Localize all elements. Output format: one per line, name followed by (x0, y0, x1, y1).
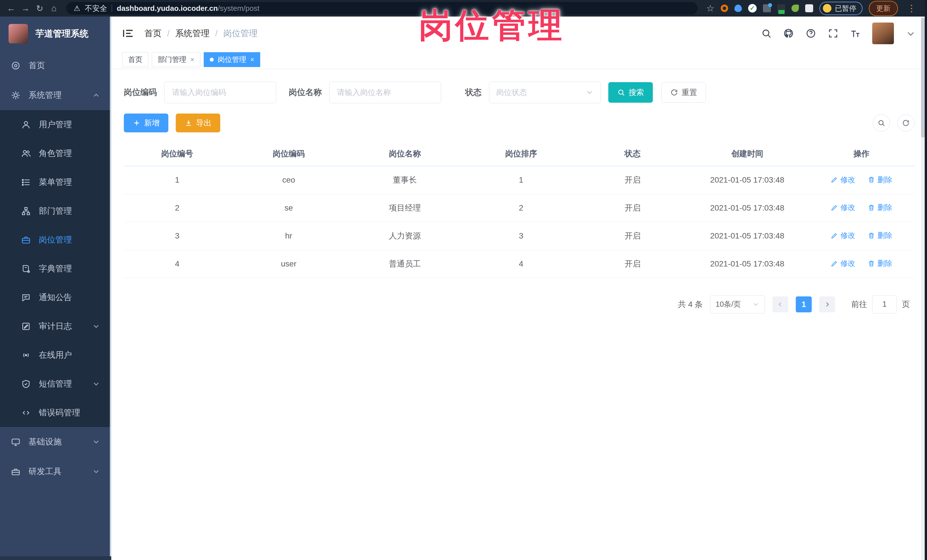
url-text[interactable]: dashboard.yudao.iocoder.cn/system/post (117, 4, 259, 13)
edit-link-label: 修改 (840, 203, 855, 212)
tab-dept-mgmt[interactable]: 部门管理× (152, 52, 200, 67)
sidebar-scrollbar-horizontal[interactable] (0, 556, 111, 560)
browser-home-icon[interactable]: ⌂ (47, 2, 61, 15)
close-icon[interactable]: × (190, 56, 194, 63)
refresh-table-button[interactable] (897, 114, 915, 132)
col-post-id: 岗位编号 (124, 141, 231, 166)
list-icon (21, 178, 31, 187)
ext-gtr-badge-icon[interactable] (777, 4, 785, 12)
sidebar-item-devtools[interactable]: 研发工具 (0, 457, 111, 486)
extensions-puzzle-icon[interactable] (805, 4, 813, 12)
chevron-down-icon (92, 438, 100, 446)
sidebar-item-audit-log[interactable]: 审计日志 (0, 312, 111, 341)
sidebar-item-system[interactable]: 系统管理 (0, 80, 111, 110)
goto-page-input[interactable] (872, 295, 897, 314)
sidebar-item-online-users[interactable]: 在线用户 (0, 341, 111, 369)
ext-leaf-icon[interactable] (792, 5, 799, 12)
not-secure-warning-icon[interactable]: ⚠ (74, 4, 80, 13)
sidebar-item-dict-mgmt[interactable]: 字典管理 (0, 254, 111, 283)
cell-post-name: 普通员工 (346, 250, 463, 278)
search-icon[interactable] (761, 28, 772, 39)
cell-post-name: 项目经理 (346, 194, 463, 222)
sidebar-item-home[interactable]: 首页 (0, 51, 111, 80)
ext-blue-drop-icon[interactable] (734, 5, 742, 12)
sidebar-item-notice[interactable]: 通知公告 (0, 283, 111, 312)
system-submenu: 用户管理 角色管理 菜单管理 部门管理 岗位管理 字典管理 (0, 110, 111, 427)
chevron-right-icon (824, 300, 831, 308)
github-icon[interactable] (783, 28, 794, 39)
tab-post-mgmt[interactable]: 岗位管理× (204, 52, 260, 67)
page-unit-label: 页 (902, 299, 910, 310)
fullscreen-icon[interactable] (828, 28, 839, 39)
cell-post-sort: 1 (463, 166, 579, 194)
sidebar-item-label: 基础设施 (29, 436, 62, 448)
browser-reload-icon[interactable]: ↻ (33, 2, 46, 15)
bookmark-star-icon[interactable]: ☆ (706, 3, 714, 14)
browser-forward-icon[interactable]: → (19, 2, 32, 15)
reset-button[interactable]: 重置 (661, 82, 706, 103)
sidebar-item-role-mgmt[interactable]: 角色管理 (0, 139, 111, 168)
trash-icon (868, 232, 875, 239)
edit-link[interactable]: 修改 (831, 203, 855, 212)
next-page-button[interactable] (819, 296, 835, 313)
page-size-select[interactable]: 10条/页 (710, 295, 765, 314)
delete-link[interactable]: 删除 (868, 231, 892, 240)
add-button[interactable]: 新增 (124, 114, 168, 132)
search-form: 岗位编码 岗位名称 状态 岗位状态 搜索 重置 (124, 82, 915, 103)
col-post-sort: 岗位排序 (463, 141, 579, 166)
pagination: 共 4 条 10条/页 1 前往 页 (124, 295, 915, 314)
search-button[interactable]: 搜索 (608, 82, 653, 103)
browser-back-icon[interactable]: ← (5, 2, 18, 15)
ext-green-check-icon[interactable]: ✓ (748, 4, 757, 12)
top-navbar: 首页 / 系统管理 / 岗位管理 (111, 17, 927, 50)
delete-link[interactable]: 删除 (868, 175, 892, 185)
ext-orange-ring-icon[interactable] (721, 5, 728, 12)
ext-window-badge-icon[interactable] (763, 4, 771, 12)
post-name-input[interactable] (329, 82, 441, 103)
sidebar-item-label: 首页 (29, 60, 45, 71)
help-icon[interactable] (805, 28, 816, 39)
not-secure-label[interactable]: 不安全 (85, 3, 107, 14)
breadcrumb-system[interactable]: 系统管理 (175, 28, 210, 39)
page-number-button[interactable]: 1 (796, 296, 812, 313)
scrollbar-thumb[interactable] (921, 18, 925, 138)
sidebar-item-user-mgmt[interactable]: 用户管理 (0, 110, 111, 139)
cell-created: 2021-01-05 17:03:48 (686, 250, 808, 278)
browser-update-button[interactable]: 更新 (869, 1, 898, 16)
close-icon[interactable]: × (250, 56, 254, 63)
collapse-sidebar-icon[interactable] (122, 27, 134, 39)
avatar-caret-down-icon[interactable] (905, 28, 916, 39)
delete-link-label: 删除 (877, 203, 892, 212)
sidebar-item-post-mgmt[interactable]: 岗位管理 (0, 225, 111, 254)
delete-link[interactable]: 删除 (868, 258, 892, 269)
sidebar-item-infrastructure[interactable]: 基础设施 (0, 427, 111, 457)
post-code-input[interactable] (164, 82, 276, 103)
browser-menu-icon[interactable]: ⋮ (904, 3, 919, 14)
edit-link[interactable]: 修改 (831, 175, 855, 185)
sidebar: 芋道管理系统 首页 系统管理 用户管理 角色管理 菜单管理 (0, 17, 111, 560)
pagination-total: 共 4 条 (678, 299, 703, 310)
sidebar-item-dept-mgmt[interactable]: 部门管理 (0, 197, 111, 225)
reset-button-label: 重置 (682, 87, 697, 97)
paused-extension-badge[interactable]: 已暂停 (819, 2, 863, 15)
sidebar-item-menu-mgmt[interactable]: 菜单管理 (0, 168, 111, 197)
page-scrollbar[interactable] (921, 17, 925, 560)
app-logo-row[interactable]: 芋道管理系统 (0, 17, 111, 51)
chevron-down-icon (585, 88, 594, 97)
edit-link[interactable]: 修改 (831, 231, 855, 240)
delete-link[interactable]: 删除 (868, 203, 892, 212)
sidebar-item-error-code[interactable]: 错误码管理 (0, 398, 111, 427)
prev-page-button[interactable] (772, 296, 788, 313)
export-button[interactable]: 导出 (176, 114, 220, 132)
status-select[interactable]: 岗位状态 (489, 82, 601, 103)
breadcrumb-home[interactable]: 首页 (144, 28, 161, 39)
address-bar[interactable]: ⚠ 不安全 dashboard.yudao.iocoder.cn/system/… (66, 2, 698, 15)
font-size-icon[interactable] (850, 28, 861, 39)
cell-actions: 修改 删除 (808, 250, 915, 278)
tab-home[interactable]: 首页 (122, 52, 148, 67)
sidebar-scrollbar-vertical[interactable] (110, 17, 111, 560)
toggle-search-button[interactable] (873, 114, 890, 132)
sidebar-item-sms-mgmt[interactable]: 短信管理 (0, 369, 111, 398)
user-avatar[interactable] (872, 23, 894, 44)
edit-link[interactable]: 修改 (831, 258, 855, 269)
